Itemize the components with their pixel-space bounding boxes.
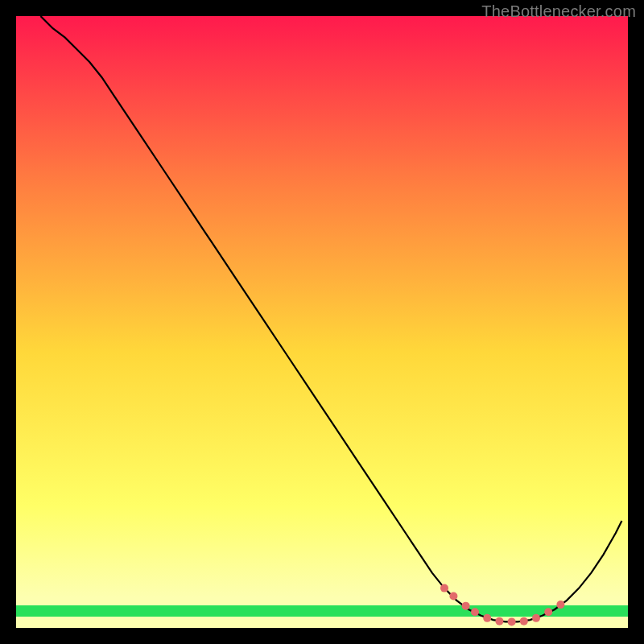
marker-dot bbox=[532, 614, 540, 622]
marker-dot bbox=[483, 614, 491, 622]
bottleneck-chart bbox=[0, 0, 644, 644]
marker-dot bbox=[440, 584, 448, 592]
plot-background bbox=[16, 16, 628, 628]
marker-dot bbox=[449, 592, 457, 600]
attribution-label: TheBottlenecker.com bbox=[481, 2, 636, 21]
chart-stage: TheBottlenecker.com bbox=[0, 0, 644, 644]
marker-dot bbox=[556, 601, 564, 609]
marker-dot bbox=[508, 617, 516, 625]
marker-dot bbox=[471, 608, 479, 616]
marker-dot bbox=[520, 617, 528, 625]
marker-dot bbox=[495, 617, 503, 625]
marker-dot bbox=[544, 608, 552, 616]
marker-dot bbox=[462, 602, 470, 610]
